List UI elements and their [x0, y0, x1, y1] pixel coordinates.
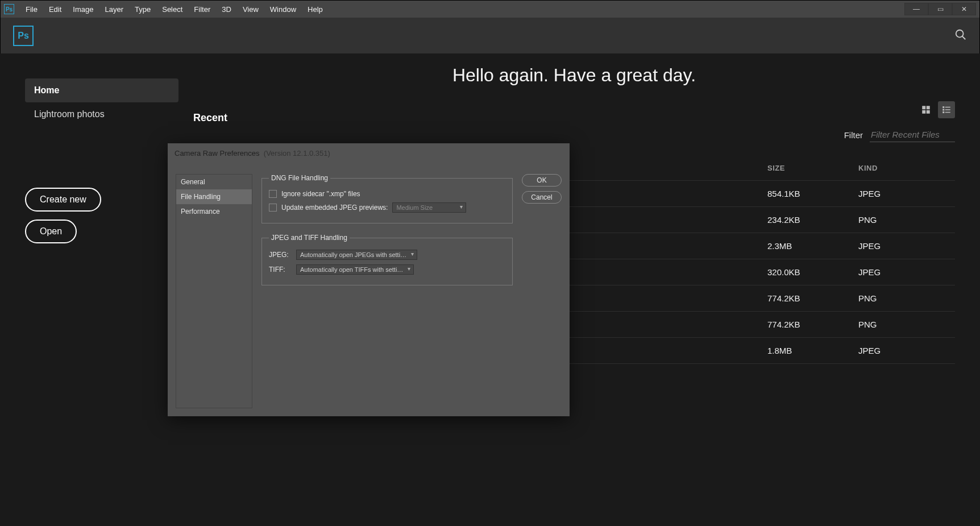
dialog-title: Camera Raw Preferences (Version 12.1.0.3…: [168, 143, 570, 163]
dialog-version: (Version 12.1.0.351): [264, 149, 330, 158]
update-previews-label: Update embedded JPEG previews:: [281, 204, 388, 212]
menu-image[interactable]: Image: [67, 3, 99, 16]
menubar: Ps File Edit Image Layer Type Select Fil…: [1, 1, 979, 18]
list-view-icon[interactable]: [938, 101, 955, 118]
search-icon[interactable]: [954, 28, 967, 43]
svg-rect-2: [922, 106, 925, 109]
cancel-button[interactable]: Cancel: [522, 191, 562, 204]
dlg-tab-general[interactable]: General: [176, 175, 252, 189]
cell-size: 320.0KB: [767, 267, 858, 277]
dlg-tab-performance[interactable]: Performance: [176, 204, 252, 219]
cell-kind: PNG: [858, 215, 949, 225]
menu-select[interactable]: Select: [156, 3, 188, 16]
cell-size: 774.2KB: [767, 320, 858, 329]
cell-kind: JPEG: [858, 267, 949, 277]
create-new-button[interactable]: Create new: [25, 188, 101, 212]
cell-kind: PNG: [858, 320, 949, 329]
svg-point-0: [956, 30, 964, 38]
svg-rect-11: [945, 112, 950, 113]
menu-edit[interactable]: Edit: [43, 3, 67, 16]
cell-kind: JPEG: [858, 241, 949, 251]
view-toggles: [917, 101, 955, 118]
ignore-sidecar-label: Ignore sidecar ".xmp" files: [281, 190, 360, 198]
close-button[interactable]: ✕: [952, 3, 976, 15]
cell-size: 234.2KB: [767, 215, 858, 225]
grid-view-icon[interactable]: [917, 101, 935, 118]
camera-raw-preferences-dialog: Camera Raw Preferences (Version 12.1.0.3…: [168, 143, 570, 416]
filter-label: Filter: [844, 130, 863, 140]
ignore-sidecar-checkbox[interactable]: [269, 190, 277, 198]
greeting-text: Hello again. Have a great day.: [193, 65, 955, 86]
ok-button[interactable]: OK: [522, 174, 562, 187]
maximize-button[interactable]: ▭: [928, 3, 952, 15]
cell-size: 1.8MB: [767, 346, 858, 355]
cell-kind: JPEG: [858, 189, 949, 198]
cell-kind: JPEG: [858, 346, 949, 355]
svg-rect-8: [942, 109, 944, 111]
col-kind-header[interactable]: KIND: [858, 164, 949, 172]
menu-view[interactable]: View: [237, 3, 264, 16]
svg-rect-10: [942, 111, 944, 113]
jpeg-select[interactable]: Automatically open JPEGs with setti…: [296, 250, 417, 260]
svg-rect-4: [922, 110, 925, 114]
tiff-select[interactable]: Automatically open TIFFs with setti…: [296, 264, 414, 275]
menu-type[interactable]: Type: [129, 3, 156, 16]
filter-input[interactable]: [870, 127, 955, 142]
jpeg-tiff-fieldset: JPEG and TIFF Handling JPEG: Automatical…: [261, 234, 513, 285]
svg-rect-6: [942, 106, 944, 108]
menu-help[interactable]: Help: [302, 3, 329, 16]
dng-fieldset: DNG File Handling Ignore sidecar ".xmp" …: [261, 174, 513, 223]
jpeg-label: JPEG:: [269, 251, 290, 259]
cell-size: 854.1KB: [767, 189, 858, 198]
cell-size: 774.2KB: [767, 293, 858, 303]
svg-rect-5: [927, 110, 930, 114]
dialog-buttons: OK Cancel: [522, 174, 562, 408]
window-controls: — ▭ ✕: [904, 3, 976, 15]
ps-logo: Ps: [13, 26, 34, 46]
sidebar-item-lightroom[interactable]: Lightroom photos: [25, 102, 178, 126]
svg-line-1: [962, 36, 966, 40]
dialog-title-text: Camera Raw Preferences: [175, 149, 260, 158]
dng-legend: DNG File Handling: [269, 174, 330, 182]
cell-size: 2.3MB: [767, 241, 858, 251]
svg-rect-7: [945, 107, 950, 108]
app-icon: Ps: [4, 4, 14, 14]
col-size-header[interactable]: SIZE: [767, 164, 858, 172]
app-header: Ps: [1, 18, 979, 54]
update-previews-checkbox[interactable]: [269, 204, 277, 212]
update-size-select[interactable]: Medium Size: [392, 202, 466, 213]
dialog-sidebar: General File Handling Performance: [176, 174, 252, 408]
open-button[interactable]: Open: [25, 219, 77, 243]
menu-file[interactable]: File: [20, 3, 43, 16]
svg-rect-3: [927, 106, 930, 109]
menu-window[interactable]: Window: [264, 3, 302, 16]
minimize-button[interactable]: —: [904, 3, 928, 15]
menu-filter[interactable]: Filter: [188, 3, 216, 16]
jpeg-tiff-legend: JPEG and TIFF Handling: [269, 234, 350, 242]
filter-row: Filter: [844, 127, 955, 142]
home-sidebar: Home Lightroom photos Create new Open: [25, 78, 178, 243]
svg-rect-9: [945, 109, 950, 110]
dlg-tab-file-handling[interactable]: File Handling: [176, 189, 252, 204]
menu-layer[interactable]: Layer: [99, 3, 130, 16]
menu-3d[interactable]: 3D: [216, 3, 237, 16]
tiff-label: TIFF:: [269, 266, 290, 274]
recent-heading: Recent: [193, 112, 955, 124]
dialog-main: DNG File Handling Ignore sidecar ".xmp" …: [261, 174, 513, 408]
sidebar-item-home[interactable]: Home: [25, 78, 178, 102]
cell-kind: PNG: [858, 293, 949, 303]
